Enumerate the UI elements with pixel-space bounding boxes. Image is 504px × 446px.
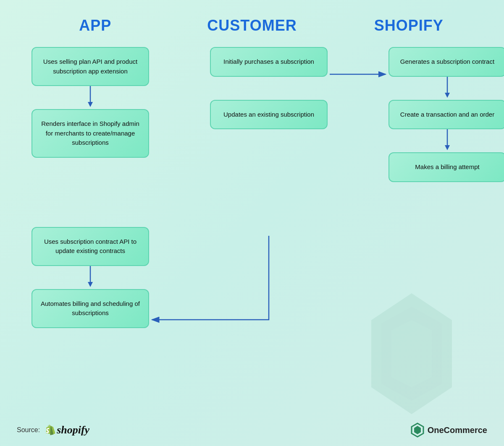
shopify-brand-text: shopify	[57, 424, 89, 436]
arrow-app-3-4	[86, 266, 94, 289]
customer-box-1: Initially purchases a subscription	[210, 47, 328, 77]
col-title-app: APP	[32, 17, 158, 34]
arrow-shopify-1-2	[443, 77, 452, 100]
app-box-2: Renders interface in Shopify admin for m…	[32, 109, 149, 158]
col-title-shopify: SHOPIFY	[346, 17, 472, 34]
diagram-area: Uses selling plan API and product subscr…	[17, 47, 487, 412]
svg-marker-7	[445, 145, 450, 150]
shopify-box-2: Create a transaction and an order	[388, 100, 504, 130]
onecommerce-brand-text: OneCommerce	[428, 425, 487, 435]
svg-marker-3	[88, 282, 93, 287]
svg-marker-5	[445, 93, 450, 98]
customer-box-2: Updates an existing subscription	[210, 100, 328, 130]
columns-header: APP CUSTOMER SHOPIFY	[17, 17, 487, 34]
arrow-shopify-2-3	[443, 129, 452, 152]
onecommerce-logo: OneCommerce	[410, 423, 487, 438]
footer: Source: shopify OneCommerce	[17, 423, 487, 438]
shopify-box-1: Generates a subscription contract	[388, 47, 504, 77]
app-box-1: Uses selling plan API and product subscr…	[32, 47, 149, 86]
source-section: Source: shopify	[17, 424, 89, 436]
shopify-icon	[43, 424, 55, 436]
app-box-3: Uses subscription contract API to update…	[32, 227, 149, 266]
app-box-4: Automates billing and scheduling of subs…	[32, 289, 149, 328]
shopify-box-3: Makes a billing attempt	[388, 152, 504, 182]
onecommerce-icon	[410, 423, 425, 438]
shopify-logo: shopify	[43, 424, 89, 436]
svg-marker-1	[88, 102, 93, 107]
main-content: APP CUSTOMER SHOPIFY Uses selling plan A…	[0, 0, 504, 420]
col-title-customer: CUSTOMER	[189, 17, 315, 34]
arrow-app-1-2	[86, 86, 94, 109]
svg-marker-11	[414, 426, 421, 434]
source-label: Source:	[17, 426, 40, 434]
